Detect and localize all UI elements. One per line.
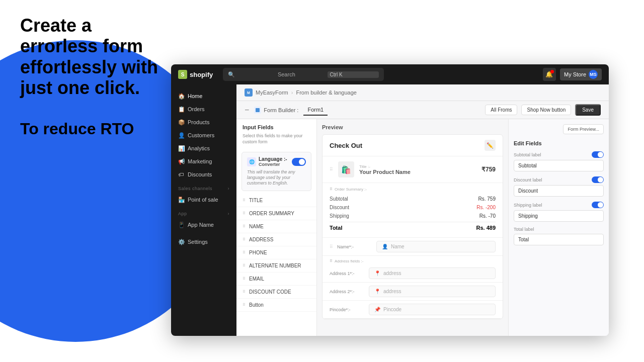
sidebar-item-customers[interactable]: 👤 Customers [171,129,236,142]
shopify-window: S shopify 🔍 Search Ctrl K 🔔 My Store MS … [171,64,609,336]
field-order-summary[interactable]: ⠿ ORDER SUMMARY [236,207,316,220]
sidebar-item-orders[interactable]: 📋 Orders [171,103,236,116]
all-forms-button[interactable]: All Froms [485,105,517,115]
address1-input[interactable]: 📍 address [369,267,496,279]
address1-placeholder: address [383,270,401,276]
subtotal-toggle[interactable] [592,151,604,158]
main-layout: 🏠 Home 📋 Orders 📦 Products 👤 Customers 📊… [171,84,609,336]
sidebar-item-discounts[interactable]: 🏷 Discounts [171,168,236,181]
products-icon: 📦 [178,119,184,125]
form-tab[interactable]: Form1 [303,105,328,116]
address2-input[interactable]: 📍 address [369,286,496,297]
drag-dots-3: ⠿ [243,224,245,229]
preview-panel: Preview Check Out ✏️ ⠿ 🛍️ Title :- [317,119,508,336]
subtotal-input[interactable] [514,160,604,171]
field-discount-code[interactable]: ⠿ DISCOUNT CODE [236,286,316,299]
lang-conv-description: This will translate the any language use… [247,169,306,186]
edit-discount-label-row: Discount label [514,176,604,183]
shipping-toggle-knob [598,202,603,208]
field-title-label: TITLE [249,198,263,203]
sidebar-item-app[interactable]: 📱 App Name [171,218,236,231]
store-name: My Store [564,71,586,77]
discount-toggle-knob [598,177,603,183]
edit-total-label-row: Total label [514,227,604,232]
field-title[interactable]: ⠿ TITLE [236,194,316,207]
sidebar-settings-label: Settings [188,239,208,245]
discount-input[interactable] [514,185,604,197]
toggle-knob [299,159,305,165]
marketing-icon: 📢 [178,158,184,164]
my-store-button[interactable]: My Store MS [560,68,602,80]
sidebar-item-pos[interactable]: 🏪 Point of sale [171,193,236,206]
breadcrumb-separator: › [291,89,293,96]
breadcrumb-page: From builder & language [296,89,356,96]
sidebar-item-products[interactable]: 📦 Products [171,116,236,129]
shipping-toggle[interactable] [592,202,604,208]
order-summary: ⠿ Order Summary :- Subtotal Rs. 759 Disc… [323,183,503,238]
edit-total-row: Total label [514,227,604,245]
field-address[interactable]: ⠿ ADDRESS [236,233,316,246]
field-phone[interactable]: ⠿ PHONE [236,246,316,259]
sidebar-pos-label: Point of sale [188,197,218,203]
shipping-input[interactable] [514,210,604,222]
drag-dots-2: ⠿ [243,211,245,216]
discount-toggle[interactable] [592,176,604,183]
edit-subtotal-row: Subtotal label [514,151,604,171]
sidebar-discounts-label: Discounts [188,171,212,177]
search-bar[interactable]: 🔍 Search Ctrl K [223,68,384,81]
sidebar-item-marketing[interactable]: 📢 Marketing [171,155,236,168]
breadcrumb: M MyEasyForm › From builder & language [236,84,609,101]
orders-icon: 📋 [178,106,184,112]
form-preview-button[interactable]: Form Preview... [563,124,604,134]
collapse-icon[interactable]: − [245,106,249,115]
toolbar: − Form Builder : Form1 All Froms Shop No… [236,101,609,119]
edit-icon[interactable]: ✏️ [485,140,496,151]
pincode-label: Pincode*:- [330,307,365,312]
preview-label: Preview [322,124,503,130]
sidebar-customers-label: Customers [188,132,214,138]
content-area: M MyEasyForm › From builder & language −… [236,84,609,336]
sidebar-item-home[interactable]: 🏠 Home [171,89,236,103]
sidebar-item-settings[interactable]: ⚙️ Settings [178,235,229,248]
product-title-label: Title :- [359,164,476,169]
address2-field-row: Address 2*:- 📍 address [323,283,503,301]
edit-discount-row: Discount label [514,176,604,197]
product-price: ₹759 [481,166,496,173]
chevron-right-icon-2: › [228,211,230,216]
sidebar-marketing-label: Marketing [188,158,212,164]
notification-button[interactable]: 🔔 [543,68,556,81]
discount-label: Discount [330,205,349,210]
total-value: Rs. 489 [476,225,496,231]
checkout-card: Check Out ✏️ ⠿ 🛍️ Title :- Your Product … [322,134,503,319]
edit-fields-title: Edit Fields [514,140,604,146]
headline: Create a errorless form effortlessly wit… [20,15,171,99]
save-button[interactable]: Save [575,104,601,116]
field-name[interactable]: ⠿ NAME [236,220,316,233]
field-button[interactable]: ⠿ Button [236,299,316,312]
address1-field-row: Address 1*:- 📍 address [323,264,503,283]
edit-subtotal-label: Subtotal label [514,152,541,157]
field-alternate-number[interactable]: ⠿ ALTERNATE NUMBER [236,259,316,273]
lang-converter-toggle[interactable] [292,158,306,166]
total-input[interactable] [514,234,604,245]
sidebar-home-label: Home [188,93,202,99]
app-icon: 📱 [178,222,184,228]
field-email[interactable]: ⠿ EMAIL [236,273,316,286]
shopify-logo: S shopify [178,70,213,79]
pincode-input[interactable]: 📌 Pincode [369,304,496,315]
shop-now-button[interactable]: Shop Now button [521,105,571,115]
sales-channels-section: Sales channels › [171,181,236,193]
order-summary-label: ⠿ Order Summary :- [330,187,496,192]
sidebar-item-analytics[interactable]: 📊 Analytics [171,142,236,155]
form-builder-icon [254,107,261,114]
form-builder-label: Form Builder : [254,107,298,114]
lang-conv-header: 🌐 Language :- Converter [247,156,306,167]
checkout-title-bar: Check Out ✏️ [323,135,503,156]
name-input[interactable]: 👤 Name [376,241,496,252]
lang-conv-title: 🌐 Language :- Converter [247,156,287,167]
subtotal-value: Rs. 759 [478,196,496,202]
subtotal-toggle-knob [598,152,603,157]
product-name: Your Product Name [359,169,476,175]
pincode-placeholder: Pincode [383,307,401,312]
location-icon-2: 📍 [374,289,380,294]
